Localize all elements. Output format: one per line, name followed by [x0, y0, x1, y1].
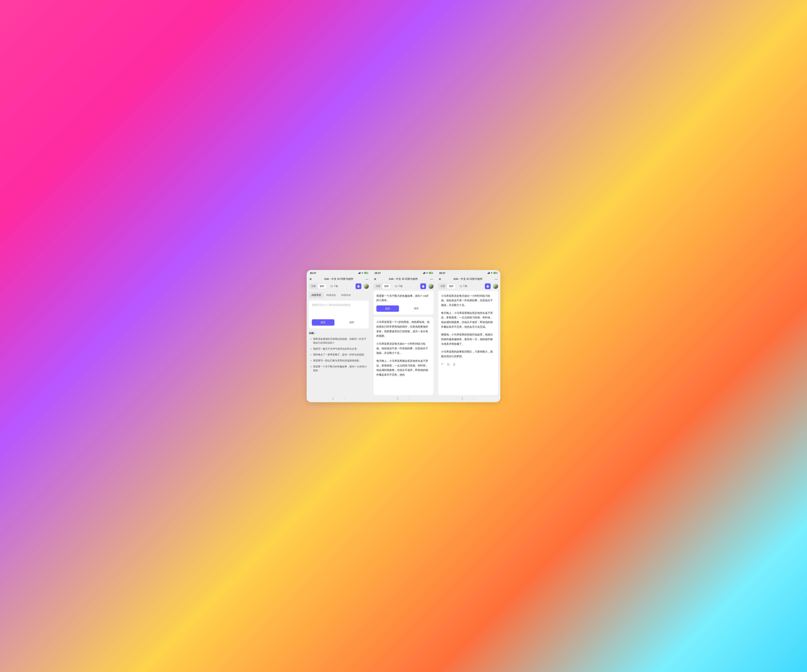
wifi-icon [361, 272, 364, 274]
avatar[interactable] [364, 284, 369, 289]
svg-rect-1 [332, 286, 333, 287]
download-link[interactable]: 下载 [460, 285, 467, 288]
shop-button[interactable] [485, 283, 491, 289]
delete-icon[interactable] [453, 363, 456, 368]
status-time: 15:17 [374, 271, 380, 274]
result-card: 小马蒂亚斯决定每天抽出一小时时间练习绘画。他知道这不是一件容易的事，但是他乐于挑… [438, 291, 498, 395]
devices-icon [330, 285, 333, 288]
story-paragraph: 小马蒂亚斯是一个7岁的男孩，他热爱绘画。他的朋友们经常赞赏他的画作，但是他想要做… [376, 320, 430, 338]
signal-icon [423, 272, 425, 274]
examples-title: 示例： [309, 332, 369, 335]
bottom-nav: 〈 〉 [371, 395, 436, 402]
result-actions [441, 362, 495, 368]
example-item[interactable]: 我昨晚去了一家粤菜餐厅，提供一些评论的思路。 [313, 353, 368, 357]
subtab-write[interactable]: 内容写作 [309, 292, 324, 298]
submit-button[interactable]: 提交 [312, 319, 334, 326]
more-icon[interactable]: ⋯ [495, 277, 498, 281]
page-title: Aski - 中文 AI 问答与创作 [389, 277, 418, 281]
subtab-complete[interactable]: 内容补全 [339, 292, 354, 298]
story-paragraph: 慢慢地，小马蒂亚斯的技能开始提高，他画出的画作越来越精美，甚至有一天，他的画作被… [441, 333, 495, 346]
shop-button[interactable] [420, 283, 426, 289]
nav-back-icon[interactable]: 〈 [395, 396, 399, 401]
bottom-nav: 〈 〉 [436, 395, 500, 402]
page-title: Aski - 中文 AI 问答与创作 [453, 277, 482, 281]
tab-create[interactable]: 创作 [447, 284, 455, 289]
copy-icon[interactable] [447, 363, 450, 368]
title-bar: ✕ Aski - 中文 AI 问答与创作 ⋯ [371, 275, 436, 283]
compose-card: 需要写点什么？请在此表达你的想法 提交 清空 [309, 301, 369, 328]
clear-button[interactable]: 清空 [337, 321, 366, 324]
status-bar: 15:17 ⚡ [307, 270, 371, 275]
story-paragraph: 每天晚上，小马蒂亚斯都会坚定地坐在桌子旁边，拿着画笔，一点点的练习绘画。有时候，… [441, 311, 495, 329]
nav-back-icon[interactable]: 〈 [460, 396, 463, 401]
compose-card: 我需要一个关于毅力的有趣故事，面向7~10岁的小朋友。 提交 清空 [374, 291, 433, 315]
compose-input[interactable]: 需要写点什么？请在此表达你的想法 [312, 303, 366, 316]
regenerate-icon[interactable] [441, 363, 444, 368]
download-link[interactable]: 下载 [395, 285, 402, 288]
submit-button[interactable]: 提交 [376, 305, 399, 312]
tab-create[interactable]: 创作 [382, 284, 391, 289]
toolbar: 问答 创作 下载 [307, 283, 371, 291]
example-item[interactable]: 我需要一个关于毅力的有趣故事，面向7~10岁的小朋友。 [313, 365, 368, 372]
svg-rect-3 [397, 286, 397, 287]
download-link[interactable]: 下载 [330, 285, 338, 288]
battery-icon: ⚡ [493, 272, 497, 274]
story-paragraph: 小马蒂亚斯的故事告诉我们，只要有毅力，就能实现自己的梦想。 [441, 349, 495, 359]
status-time: 15:17 [310, 271, 316, 274]
result-card: 小马蒂亚斯是一个7岁的男孩，他热爱绘画。他的朋友们经常赞赏他的画作，但是他想要做… [374, 317, 433, 395]
toolbar: 问答创作 下载 [436, 283, 500, 291]
close-icon[interactable]: ✕ [438, 277, 441, 281]
title-bar: ✕ Aski - 中文 AI 问答与创作 ⋯ [436, 275, 500, 283]
status-bar: 15:17 ⚡ [371, 270, 436, 275]
status-time: 15:17 [439, 271, 445, 274]
nav-forward-icon[interactable]: 〉 [473, 396, 477, 401]
svg-rect-2 [395, 285, 397, 287]
bag-icon [357, 285, 360, 288]
example-item[interactable]: 我想写一篇关于全球气候变化的评论文章。 [313, 347, 368, 351]
nav-back-icon[interactable]: 〈 [330, 396, 334, 401]
more-icon[interactable]: ⋯ [365, 277, 369, 281]
devices-icon [460, 285, 462, 288]
tab-qa[interactable]: 问答 [439, 284, 447, 289]
example-item[interactable]: 我希望发展我的互联网运营技能，你能写一封关于我自己的求职信吗？ [313, 337, 368, 345]
status-bar: 15:17 ⚡ [436, 270, 500, 275]
title-bar: ✕ Aski - 中文 AI 问答与创作 ⋯ [307, 275, 371, 283]
wifi-icon [426, 272, 428, 274]
svg-rect-4 [460, 285, 461, 287]
battery-icon: ⚡ [429, 272, 433, 274]
story-paragraph: 小马蒂亚斯决定每天抽出一小时时间练习绘画。他知道这不是一件容易的事，但是他乐于挑… [376, 341, 430, 356]
avatar[interactable] [428, 284, 433, 289]
examples-list: 我希望发展我的互联网运营技能，你能写一封关于我自己的求职信吗？ 我想写一篇关于全… [309, 337, 369, 374]
signal-icon [358, 272, 360, 274]
screen-1: 15:17 ⚡ ✕ Aski - 中文 AI 问答与创作 ⋯ 问答 创作 下载 [307, 270, 371, 402]
svg-rect-0 [330, 285, 332, 287]
compose-input[interactable]: 我需要一个关于毅力的有趣故事，面向7~10岁的小朋友。 [376, 294, 430, 303]
bottom-nav: 〈 〉 [307, 395, 371, 402]
avatar[interactable] [493, 284, 498, 289]
battery-icon: ⚡ [364, 272, 368, 274]
screen-3: 15:17 ⚡ ✕ Aski - 中文 AI 问答与创作 ⋯ 问答创作 下载 小… [436, 270, 500, 402]
bag-icon [422, 285, 425, 288]
nav-forward-icon[interactable]: 〉 [344, 396, 347, 401]
clear-button[interactable]: 清空 [402, 307, 430, 310]
example-item[interactable]: 我需要写一部以巴黎为背景的浪漫剧情电影。 [313, 359, 368, 363]
mode-segment: 问答 创作 [309, 283, 327, 289]
story-paragraph: 每天晚上，小马蒂亚斯都会坚定地坐在桌子旁边，拿着画笔，一点点的练习绘画。有时候，… [376, 359, 430, 377]
close-icon[interactable]: ✕ [374, 277, 377, 281]
tab-qa[interactable]: 问答 [374, 284, 382, 289]
close-icon[interactable]: ✕ [309, 277, 312, 281]
signal-icon [488, 272, 490, 274]
tab-qa[interactable]: 问答 [309, 284, 318, 289]
nav-forward-icon[interactable]: 〉 [408, 396, 412, 401]
shop-button[interactable] [355, 283, 361, 289]
page-title: Aski - 中文 AI 问答与创作 [324, 277, 353, 281]
subtab-optimize[interactable]: 内容优化 [324, 292, 339, 298]
wifi-icon [490, 272, 493, 274]
tab-create[interactable]: 创作 [318, 284, 326, 289]
bag-icon [486, 285, 489, 288]
toolbar: 问答创作 下载 [371, 283, 436, 291]
story-paragraph: 小马蒂亚斯决定每天抽出一小时时间练习绘画。他知道这不是一件容易的事，但是他乐于挑… [441, 294, 495, 308]
subtabs: 内容写作 内容优化 内容补全 [309, 291, 369, 298]
screen-2: 15:17 ⚡ ✕ Aski - 中文 AI 问答与创作 ⋯ 问答创作 下载 我… [371, 270, 436, 402]
more-icon[interactable]: ⋯ [430, 277, 433, 281]
